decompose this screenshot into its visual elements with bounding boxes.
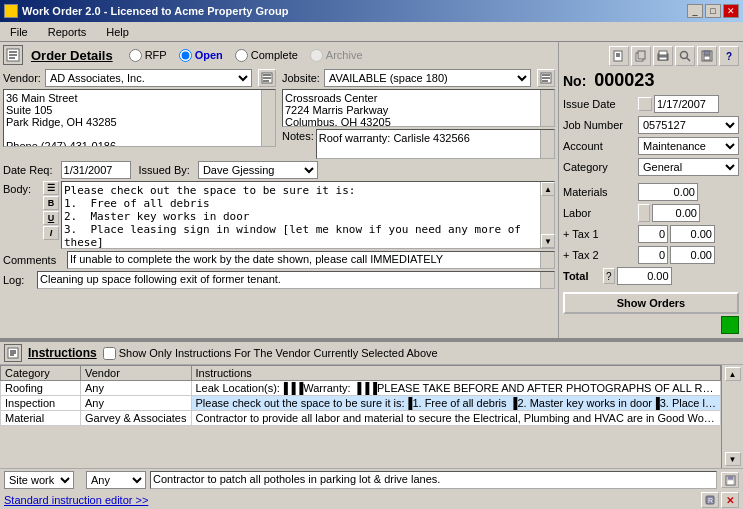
instr-scroll-track <box>726 383 740 450</box>
row-category: Inspection <box>1 396 81 411</box>
row-vendor: Garvey & Associates <box>81 411 192 426</box>
body-textarea[interactable]: Please check out the space to be sure it… <box>62 182 540 248</box>
vendor-section: Vendor: AD Associates, Inc. 36 Main Stre… <box>3 69 276 159</box>
copy-icon[interactable] <box>631 46 651 66</box>
labor-input[interactable] <box>652 204 700 222</box>
format-italic-btn[interactable]: I <box>43 226 59 240</box>
menu-reports[interactable]: Reports <box>42 24 93 40</box>
svg-rect-23 <box>704 51 710 55</box>
vendor-dropdown[interactable]: Any <box>86 471 146 489</box>
row-category: Roofing <box>1 381 81 396</box>
instr-scroll-down[interactable]: ▼ <box>725 452 741 466</box>
table-row[interactable]: Material Garvey & Associates Contractor … <box>1 411 721 426</box>
account-select[interactable]: Maintenance <box>638 137 739 155</box>
instructions-section: Instructions Show Only Instructions For … <box>0 340 743 509</box>
vendor-icon-btn[interactable] <box>258 69 276 87</box>
bottom-right-icons <box>721 472 739 488</box>
vendor-address-box: 36 Main Street Suite 105 Park Ridge, OH … <box>3 89 276 147</box>
category-select[interactable]: General <box>638 158 739 176</box>
jobsite-select[interactable]: AVAILABLE (space 180) <box>324 69 531 87</box>
new-icon[interactable] <box>609 46 629 66</box>
filter-checkbox-text: Show Only Instructions For The Vendor Cu… <box>119 347 438 359</box>
body-textarea-wrapper: Please check out the space to be sure it… <box>61 181 555 249</box>
row-instructions: Leak Location(s):▐▐▐Warranty: ▐▐▐PLEASE … <box>191 381 721 396</box>
vendor-select[interactable]: AD Associates, Inc. <box>45 69 252 87</box>
issue-date-icon[interactable] <box>638 97 652 111</box>
instructions-header: Instructions Show Only Instructions For … <box>0 342 743 365</box>
menu-bar: File Reports Help <box>0 22 743 42</box>
record-nav-icon[interactable]: R <box>701 492 719 508</box>
format-underline-btn[interactable]: U <box>43 211 59 225</box>
issue-date-input[interactable] <box>654 95 719 113</box>
jobsite-icon-btn[interactable] <box>537 69 555 87</box>
print-icon[interactable] <box>653 46 673 66</box>
notes-scrollbar[interactable] <box>540 130 554 158</box>
date-req-label: Date Req: <box>3 164 53 176</box>
comments-scrollbar[interactable] <box>540 252 554 268</box>
table-row[interactable]: Inspection Any Please check out the spac… <box>1 396 721 411</box>
delete-icon[interactable]: ✕ <box>721 492 739 508</box>
instr-scroll-up[interactable]: ▲ <box>725 367 741 381</box>
svg-rect-18 <box>659 51 667 55</box>
bottom-instruction-text: Contractor to patch all potholes in park… <box>150 471 717 489</box>
row-vendor: Any <box>81 396 192 411</box>
radio-archive[interactable]: Archive <box>310 49 363 62</box>
job-number-select[interactable]: 0575127 <box>638 116 739 134</box>
radio-open[interactable]: Open <box>179 49 223 62</box>
tax1-pct-input[interactable] <box>638 225 668 243</box>
tax1-inputs <box>638 225 715 243</box>
body-row: Body: ☰ B U I Please check out the space… <box>3 181 555 249</box>
category-dropdown[interactable]: Site work <box>4 471 74 489</box>
radio-complete[interactable]: Complete <box>235 49 298 62</box>
materials-input[interactable] <box>638 183 698 201</box>
menu-help[interactable]: Help <box>100 24 135 40</box>
search-icon[interactable] <box>675 46 695 66</box>
jobsite-section: Jobsite: AVAILABLE (space 180) Crossroad… <box>282 69 555 159</box>
tax1-row: + Tax 1 <box>563 225 739 243</box>
tax2-label: + Tax 2 <box>563 249 638 261</box>
date-req-input[interactable] <box>61 161 131 179</box>
jobsite-address-scrollbar[interactable] <box>540 90 554 126</box>
comments-row: Comments If unable to complete the work … <box>3 251 555 269</box>
order-header: Order Details RFP Open Complete <box>3 45 555 65</box>
tax1-value-input[interactable] <box>670 225 715 243</box>
account-row: Account Maintenance <box>563 137 739 155</box>
table-row[interactable]: Roofing Any Leak Location(s):▐▐▐Warranty… <box>1 381 721 396</box>
no-row: No: 000023 <box>563 70 739 91</box>
filter-checkbox[interactable] <box>103 347 116 360</box>
right-panel-icons: ? <box>563 46 739 66</box>
format-tools: ☰ B U I <box>43 181 59 240</box>
body-scrollbar[interactable]: ▲ ▼ <box>540 182 554 248</box>
issued-by-label: Issued By: <box>139 164 190 176</box>
format-list-btn[interactable]: ☰ <box>43 181 59 195</box>
minimize-button[interactable]: _ <box>687 4 703 18</box>
filter-checkbox-label[interactable]: Show Only Instructions For The Vendor Cu… <box>103 347 438 360</box>
help-icon[interactable]: ? <box>719 46 739 66</box>
tax2-value-input[interactable] <box>670 246 715 264</box>
account-label: Account <box>563 140 638 152</box>
comments-label: Comments <box>3 254 63 266</box>
standard-instruction-editor-link[interactable]: Standard instruction editor >> <box>4 494 148 506</box>
total-label: Total <box>563 270 603 282</box>
log-scrollbar[interactable] <box>540 272 554 288</box>
job-number-label: Job Number <box>563 119 638 131</box>
main-content: Order Details RFP Open Complete <box>0 42 743 509</box>
body-label: Body: <box>3 181 43 195</box>
save-icon[interactable] <box>697 46 717 66</box>
tax2-pct-input[interactable] <box>638 246 668 264</box>
show-orders-button[interactable]: Show Orders <box>563 292 739 314</box>
total-value-input[interactable] <box>617 267 672 285</box>
total-help-btn[interactable]: ? <box>603 268 615 284</box>
menu-file[interactable]: File <box>4 24 34 40</box>
format-bold-btn[interactable]: B <box>43 196 59 210</box>
close-button[interactable]: ✕ <box>723 4 739 18</box>
labor-icon[interactable] <box>638 204 650 222</box>
maximize-button[interactable]: □ <box>705 4 721 18</box>
vendor-address-scrollbar[interactable] <box>261 90 275 146</box>
category-label: Category <box>563 161 638 173</box>
title-bar: Work Order 2.0 - Licenced to Acme Proper… <box>0 0 743 22</box>
radio-rfp[interactable]: RFP <box>129 49 167 62</box>
svg-rect-30 <box>727 475 733 479</box>
issued-by-select[interactable]: Dave Gjessing <box>198 161 318 179</box>
bottom-save-icon[interactable] <box>721 472 739 488</box>
